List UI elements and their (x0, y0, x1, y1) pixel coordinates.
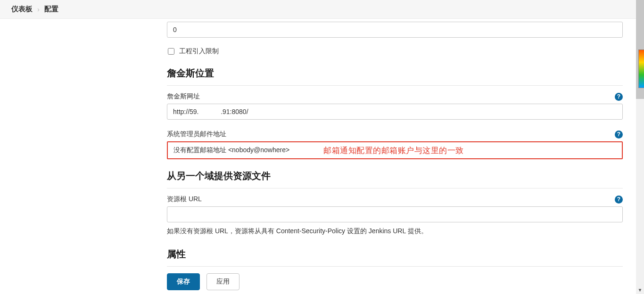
divider (167, 85, 623, 86)
jenkins-url-input[interactable] (167, 104, 623, 120)
resource-root-helper: 如果没有资源根 URL，资源将从具有 Content-Security-Poli… (167, 227, 623, 236)
project-import-limit-checkbox[interactable] (168, 48, 174, 55)
retry-count-label (167, 11, 623, 18)
admin-email-label: 系统管理员邮件地址 (167, 130, 226, 139)
apply-button[interactable]: 应用 (206, 273, 239, 290)
breadcrumb-configure[interactable]: 配置 (44, 5, 58, 14)
resource-root-url-label: 资源根 URL (167, 195, 202, 204)
admin-email-highlight: 邮箱通知配置的邮箱账户与这里的一致 (167, 141, 623, 159)
divider (167, 266, 623, 267)
help-icon[interactable]: ? (615, 93, 623, 101)
divider (167, 188, 623, 188)
help-icon[interactable]: ? (615, 131, 623, 139)
project-import-limit-label: 工程引入限制 (179, 47, 219, 56)
help-icon[interactable]: ? (615, 196, 623, 204)
fisheye-color-bar-icon (639, 50, 644, 88)
jenkins-url-label: 詹金斯网址 (167, 92, 200, 101)
resource-root-url-input[interactable] (167, 206, 623, 222)
chevron-right-icon: › (37, 5, 40, 13)
section-title-jenkins-location: 詹金斯位置 (167, 67, 623, 80)
section-title-resource-root: 从另一个域提供资源文件 (167, 170, 623, 182)
project-import-limit-row[interactable]: 工程引入限制 (167, 47, 623, 56)
save-button[interactable]: 保存 (167, 273, 200, 290)
scroll-down-arrow-icon[interactable]: ▼ (636, 286, 644, 294)
section-title-attributes: 属性 (167, 248, 623, 261)
retry-count-input[interactable] (167, 22, 623, 38)
admin-email-input[interactable] (168, 142, 622, 158)
breadcrumb-dashboard[interactable]: 仪表板 (11, 5, 33, 14)
